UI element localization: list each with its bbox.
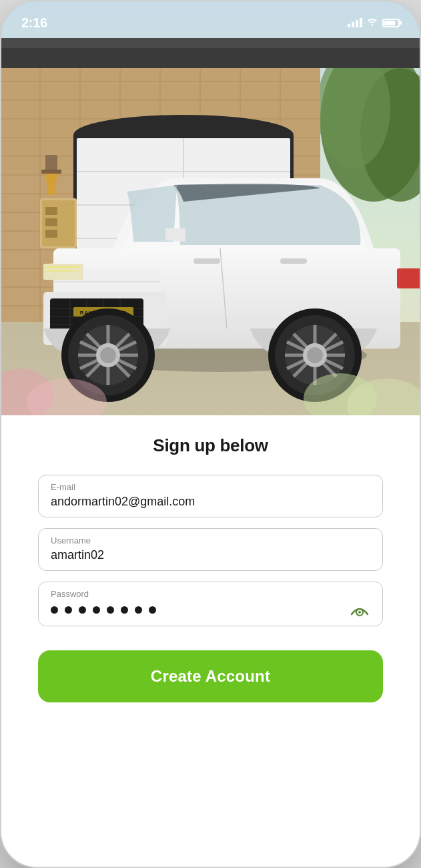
username-field-container[interactable]: Username amartin02 <box>38 528 383 571</box>
email-value: andormartin02@gmail.com <box>51 495 370 509</box>
status-icons <box>348 17 400 29</box>
svg-rect-94 <box>280 258 307 264</box>
status-bar: 2:16 <box>1 1 420 36</box>
create-account-button[interactable]: Create Account <box>38 650 383 702</box>
username-form-group: Username amartin02 <box>38 528 383 571</box>
email-field-container[interactable]: E-mail andormartin02@gmail.com <box>38 475 383 517</box>
battery-icon <box>382 19 400 27</box>
password-field-container[interactable]: Password <box>38 582 383 626</box>
page-title: Sign up below <box>38 435 383 456</box>
password-label: Password <box>51 589 370 599</box>
dot-7 <box>135 606 142 614</box>
password-dots <box>51 606 156 614</box>
svg-rect-44 <box>45 207 57 215</box>
wifi-icon <box>366 17 378 29</box>
svg-rect-45 <box>45 218 57 226</box>
svg-rect-46 <box>45 230 57 238</box>
email-form-group: E-mail andormartin02@gmail.com <box>38 475 383 517</box>
dot-1 <box>51 606 58 614</box>
dot-2 <box>65 606 72 614</box>
username-label: Username <box>51 535 370 546</box>
svg-point-81 <box>100 347 116 363</box>
hero-image: RANGE ROVER ANDERSEN <box>1 1 420 415</box>
signal-icon <box>348 18 362 27</box>
svg-rect-93 <box>193 258 220 264</box>
phone-frame: 2:16 <box>0 0 421 868</box>
status-time: 2:16 <box>21 15 47 31</box>
dot-4 <box>93 606 100 614</box>
dot-3 <box>79 606 86 614</box>
svg-point-102 <box>358 611 361 614</box>
password-form-group: Password <box>38 582 383 626</box>
svg-point-92 <box>307 347 323 363</box>
svg-rect-40 <box>41 170 61 174</box>
email-label: E-mail <box>51 482 370 492</box>
dot-5 <box>107 606 114 614</box>
password-container <box>51 602 370 618</box>
dot-8 <box>149 606 156 614</box>
svg-rect-38 <box>1 38 420 48</box>
toggle-password-icon[interactable] <box>349 602 370 618</box>
dot-6 <box>121 606 128 614</box>
svg-rect-96 <box>397 268 420 288</box>
username-value: amartin02 <box>51 548 370 562</box>
content-area: Sign up below E-mail andormartin02@gmail… <box>1 415 420 867</box>
